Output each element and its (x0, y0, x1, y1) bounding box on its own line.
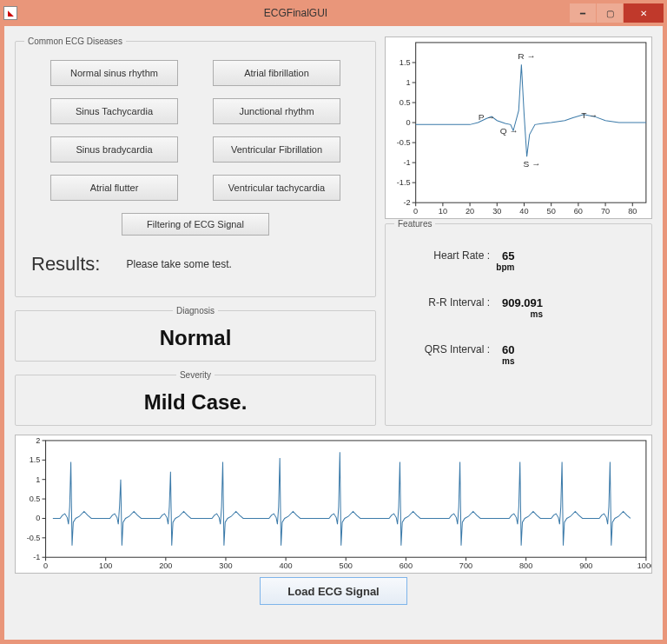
client-area: Common ECG Diseases Normal sinus rhythmA… (0, 26, 667, 644)
svg-text:70: 70 (601, 207, 610, 216)
qrs-interval-label: QRS Interval : (403, 343, 490, 355)
svg-text:-1: -1 (403, 158, 410, 167)
svg-text:-1: -1 (33, 553, 40, 561)
svg-text:0: 0 (406, 118, 410, 127)
disease-button-4[interactable]: Sinus bradycardia (50, 136, 178, 163)
svg-text:0: 0 (36, 515, 40, 523)
disease-button-1[interactable]: Atrial fibrillation (213, 60, 340, 86)
results-text: Please take some test. (126, 258, 231, 270)
maximize-button[interactable]: ▢ (597, 3, 623, 23)
svg-text:50: 50 (547, 207, 556, 216)
svg-text:0.5: 0.5 (400, 98, 411, 107)
disease-button-7[interactable]: Ventricular tachycardia (213, 175, 340, 201)
full-ecg-chart: 01002003004005006007008009001000-1-0.500… (15, 435, 652, 574)
svg-text:700: 700 (459, 561, 472, 570)
svg-text:10: 10 (439, 207, 447, 216)
svg-text:800: 800 (519, 561, 532, 570)
diseases-legend: Common ECG Diseases (24, 37, 126, 46)
disease-button-0[interactable]: Normal sinus rhythm (50, 60, 178, 86)
svg-text:S →: S → (524, 159, 541, 169)
app-icon: ◣ (3, 6, 17, 20)
svg-text:1000: 1000 (637, 561, 651, 570)
svg-text:30: 30 (492, 207, 501, 216)
svg-text:-0.5: -0.5 (397, 138, 411, 147)
heart-rate-value: 65 (502, 249, 514, 262)
qrs-interval-value: 60 (502, 343, 514, 356)
window-title: ECGFinalGUI (23, 7, 569, 19)
svg-text:0.5: 0.5 (30, 495, 41, 503)
svg-text:1.5: 1.5 (400, 58, 411, 67)
svg-text:80: 80 (628, 207, 637, 216)
diagnosis-value: Normal (24, 322, 367, 352)
qrs-interval-unit: ms (490, 356, 514, 366)
load-ecg-button[interactable]: Load ECG Signal (260, 577, 407, 605)
svg-text:Q →: Q → (500, 126, 518, 136)
svg-text:100: 100 (99, 561, 112, 570)
svg-text:300: 300 (219, 561, 232, 570)
svg-rect-40 (46, 441, 646, 557)
svg-text:200: 200 (159, 561, 172, 570)
diagnosis-legend: Diagnosis (173, 306, 218, 315)
results-label: Results: (31, 253, 100, 276)
rr-interval-unit: ms (490, 309, 543, 319)
filter-ecg-button[interactable]: Filtering of ECG Signal (122, 213, 269, 236)
svg-text:-1.5: -1.5 (397, 178, 411, 187)
svg-text:1.5: 1.5 (30, 455, 41, 464)
disease-button-2[interactable]: Sinus Tachycardia (50, 98, 178, 124)
disease-button-6[interactable]: Atrial flutter (50, 175, 178, 201)
svg-text:T →: T → (581, 110, 598, 120)
close-button[interactable]: ✕ (624, 3, 664, 23)
svg-text:0: 0 (413, 207, 418, 216)
svg-rect-0 (416, 43, 646, 202)
severity-panel: Severity Mild Case. (15, 370, 376, 426)
disease-button-5[interactable]: Ventricular Fibrillation (213, 136, 340, 163)
svg-text:0: 0 (43, 561, 48, 570)
svg-text:500: 500 (340, 561, 353, 570)
diagnosis-panel: Diagnosis Normal (15, 306, 376, 362)
svg-text:20: 20 (466, 207, 474, 216)
minimize-button[interactable]: ━ (570, 3, 596, 23)
rr-interval-label: R-R Interval : (403, 296, 490, 309)
svg-text:400: 400 (279, 561, 292, 570)
svg-text:1: 1 (406, 78, 410, 87)
svg-text:P →: P → (479, 112, 496, 122)
heart-rate-label: Heart Rate : (403, 249, 490, 262)
severity-value: Mild Case. (24, 387, 367, 416)
diseases-panel: Common ECG Diseases Normal sinus rhythmA… (15, 37, 376, 297)
svg-text:900: 900 (579, 561, 592, 570)
heart-rate-unit: bpm (490, 262, 514, 272)
svg-text:-0.5: -0.5 (27, 534, 41, 542)
svg-text:600: 600 (400, 561, 413, 570)
features-legend: Features (394, 219, 435, 229)
svg-text:-2: -2 (403, 198, 410, 207)
title-bar: ◣ ECGFinalGUI ━ ▢ ✕ (0, 0, 667, 26)
svg-text:40: 40 (519, 207, 528, 216)
rr-interval-value: 909.091 (502, 296, 543, 309)
disease-button-3[interactable]: Junctional rhythm (213, 98, 340, 124)
svg-text:2: 2 (36, 436, 40, 445)
svg-text:R →: R → (518, 51, 535, 61)
svg-text:1: 1 (36, 475, 40, 484)
features-panel: Features Heart Rate : 65 bpm R-R Interva… (385, 219, 652, 426)
svg-text:60: 60 (574, 207, 583, 216)
single-beat-chart: 01020304050607080-2-1.5-1-0.500.511.5P →… (385, 37, 652, 219)
severity-legend: Severity (176, 370, 215, 380)
